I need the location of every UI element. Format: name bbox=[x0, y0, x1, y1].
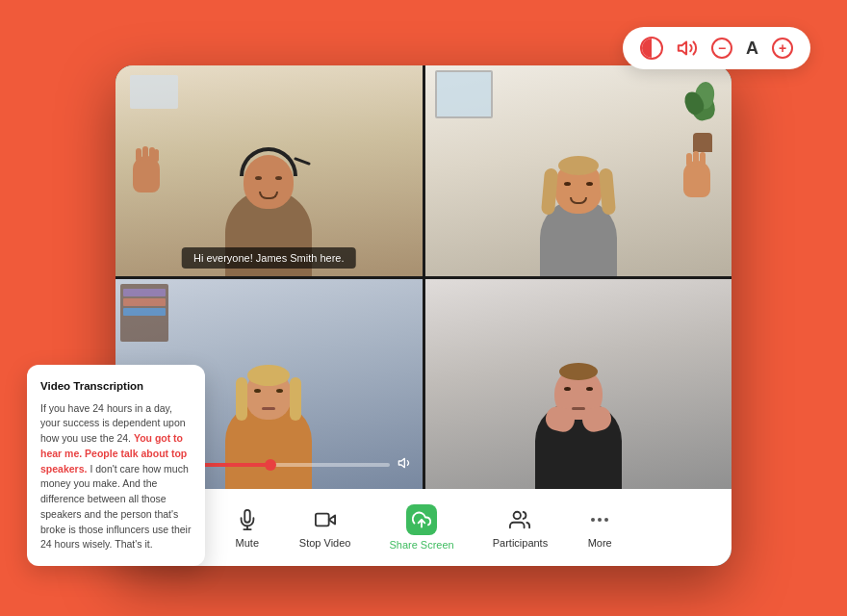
dot-2 bbox=[598, 518, 602, 522]
svg-marker-1 bbox=[398, 458, 404, 467]
more-label: More bbox=[588, 537, 612, 549]
zoom-in-icon[interactable]: + bbox=[772, 38, 793, 59]
accessibility-toolbar: − A + bbox=[623, 27, 810, 69]
microphone-icon bbox=[234, 506, 261, 533]
audio-dot bbox=[265, 459, 276, 471]
participants-button[interactable]: Participants bbox=[474, 497, 567, 558]
video-cell-1[interactable]: Hi everyone! James Smith here. bbox=[116, 65, 423, 276]
participants-label: Participants bbox=[493, 537, 548, 549]
control-bar: Mute Stop Video Share Screen bbox=[116, 489, 732, 566]
dot-3 bbox=[604, 518, 608, 522]
more-button[interactable]: More bbox=[567, 497, 632, 558]
video-grid: Hi everyone! James Smith here. bbox=[116, 65, 732, 489]
stop-video-button[interactable]: Stop Video bbox=[280, 497, 371, 558]
mute-button[interactable]: Mute bbox=[215, 497, 280, 558]
dot-1 bbox=[591, 518, 595, 522]
share-screen-icon bbox=[406, 504, 437, 535]
svg-marker-0 bbox=[679, 42, 686, 55]
volume-icon[interactable] bbox=[677, 38, 698, 59]
device-frame: Hi everyone! James Smith here. bbox=[116, 65, 732, 566]
transcription-title: Video Transcription bbox=[40, 378, 192, 395]
share-screen-label: Share Screen bbox=[389, 539, 453, 551]
svg-rect-5 bbox=[316, 514, 329, 526]
svg-marker-4 bbox=[328, 515, 334, 524]
camera-icon bbox=[312, 506, 339, 533]
stop-video-label: Stop Video bbox=[299, 537, 351, 549]
transcription-card: Video Transcription If you have 24 hours… bbox=[27, 365, 205, 566]
mute-label: Mute bbox=[236, 537, 259, 549]
svg-point-7 bbox=[514, 512, 521, 519]
transcription-text-after: I don't care how much money you make. An… bbox=[40, 463, 191, 551]
text-size-icon[interactable]: A bbox=[746, 38, 758, 59]
transcription-body: If you have 24 hours in a day, your succ… bbox=[40, 401, 192, 553]
audio-volume-icon bbox=[398, 455, 413, 474]
contrast-icon[interactable] bbox=[640, 37, 663, 60]
share-screen-button[interactable]: Share Screen bbox=[370, 495, 473, 560]
video-cell-4[interactable] bbox=[425, 279, 732, 490]
more-icon bbox=[586, 506, 613, 533]
zoom-out-icon[interactable]: − bbox=[711, 38, 732, 59]
caption-overlay-1: Hi everyone! James Smith here. bbox=[182, 247, 356, 269]
people-icon bbox=[506, 506, 533, 533]
caption-text-1: Hi everyone! James Smith here. bbox=[193, 252, 345, 264]
video-cell-2[interactable] bbox=[425, 65, 732, 276]
dots-icon bbox=[591, 518, 608, 522]
